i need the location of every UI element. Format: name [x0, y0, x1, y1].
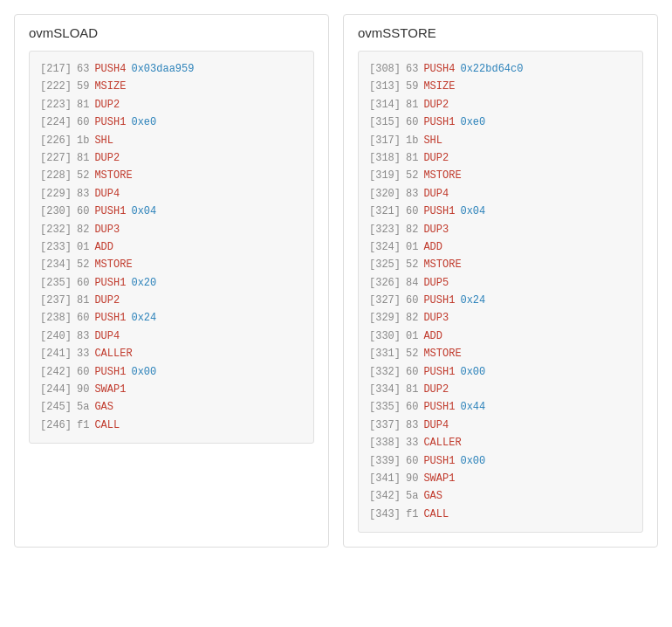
op-hex: 60: [406, 398, 418, 416]
line-number: [329]: [369, 309, 401, 327]
op-name: PUSH4: [94, 60, 126, 78]
code-line: [230]60PUSH10x04: [40, 203, 303, 220]
code-line: [245]5aGAS: [40, 398, 303, 416]
code-line: [324]01ADD: [369, 238, 632, 256]
line-number: [338]: [369, 434, 401, 451]
code-line: [330]01ADD: [369, 327, 632, 345]
line-number: [321]: [369, 203, 401, 220]
op-name: SHL: [94, 132, 113, 149]
code-line: [332]60PUSH10x00: [369, 363, 632, 381]
line-number: [217]: [40, 60, 72, 78]
op-hex: 33: [406, 434, 418, 451]
op-name: PUSH1: [423, 203, 455, 220]
code-line: [315]60PUSH10xe0: [369, 114, 632, 131]
code-line: [242]60PUSH10x00: [40, 363, 303, 381]
line-number: [324]: [369, 238, 401, 256]
op-hex: 60: [406, 452, 418, 470]
line-number: [246]: [40, 417, 72, 434]
code-line: [244]90SWAP1: [40, 381, 303, 398]
code-line: [228]52MSTORE: [40, 167, 303, 184]
op-hex: 83: [406, 417, 418, 434]
code-line: [241]33CALLER: [40, 345, 303, 362]
line-number: [331]: [369, 345, 401, 362]
op-name: MSTORE: [423, 345, 461, 362]
op-hex: 60: [406, 363, 418, 381]
op-hex: 52: [406, 256, 418, 273]
op-hex: 63: [406, 60, 418, 78]
line-number: [339]: [369, 452, 401, 470]
line-number: [232]: [40, 221, 72, 238]
code-line: [229]83DUP4: [40, 185, 303, 203]
line-number: [238]: [40, 309, 72, 327]
code-line: [237]81DUP2: [40, 292, 303, 309]
code-line: [334]81DUP2: [369, 381, 632, 398]
op-hex: 63: [77, 60, 89, 78]
op-arg: 0x20: [131, 274, 156, 292]
code-line: [238]60PUSH10x24: [40, 309, 303, 327]
op-hex: 60: [406, 203, 418, 220]
line-number: [234]: [40, 256, 72, 273]
line-number: [313]: [369, 78, 401, 95]
op-name: CALL: [94, 417, 120, 434]
panels-container: ovmSLOAD[217]63PUSH40x03daa959[222]59MSI…: [14, 14, 658, 548]
line-number: [245]: [40, 398, 72, 416]
op-arg: 0x24: [131, 309, 156, 327]
line-number: [342]: [369, 487, 401, 505]
op-name: DUP4: [94, 185, 120, 203]
line-number: [317]: [369, 132, 401, 149]
code-line: [320]83DUP4: [369, 185, 632, 203]
op-name: PUSH1: [423, 452, 455, 470]
op-hex: 60: [77, 274, 89, 292]
op-name: ADD: [423, 238, 442, 256]
op-name: MSTORE: [423, 167, 461, 184]
op-hex: 82: [406, 221, 418, 238]
op-hex: 5a: [406, 487, 418, 505]
op-name: GAS: [94, 398, 113, 416]
code-line: [325]52MSTORE: [369, 256, 632, 273]
op-arg: 0x00: [131, 363, 156, 381]
op-hex: 83: [77, 185, 89, 203]
code-line: [341]90SWAP1: [369, 470, 632, 487]
op-arg: 0x03daa959: [131, 60, 194, 78]
op-hex: 52: [406, 345, 418, 362]
op-name: PUSH4: [423, 60, 455, 78]
line-number: [319]: [369, 167, 401, 184]
op-hex: 01: [406, 238, 418, 256]
op-hex: 60: [77, 363, 89, 381]
line-number: [327]: [369, 292, 401, 309]
op-name: PUSH1: [423, 363, 455, 381]
op-name: PUSH1: [423, 292, 455, 309]
line-number: [314]: [369, 96, 401, 114]
op-hex: f1: [406, 506, 418, 523]
code-line: [343]f1CALL: [369, 506, 632, 523]
op-name: CALLER: [423, 434, 461, 451]
op-name: DUP5: [423, 274, 449, 292]
op-arg: 0x44: [460, 398, 485, 416]
code-line: [227]81DUP2: [40, 149, 303, 167]
op-name: MSIZE: [423, 78, 455, 95]
line-number: [241]: [40, 345, 72, 362]
op-name: MSTORE: [423, 256, 461, 273]
op-hex: 01: [77, 238, 89, 256]
line-number: [323]: [369, 221, 401, 238]
op-hex: f1: [77, 417, 89, 434]
line-number: [334]: [369, 381, 401, 398]
op-hex: 52: [77, 256, 89, 273]
op-name: CALLER: [94, 345, 132, 362]
op-name: DUP3: [423, 221, 449, 238]
code-line: [235]60PUSH10x20: [40, 274, 303, 292]
op-hex: 60: [406, 292, 418, 309]
line-number: [229]: [40, 185, 72, 203]
line-number: [240]: [40, 327, 72, 345]
line-number: [227]: [40, 149, 72, 167]
op-hex: 60: [406, 114, 418, 131]
op-name: CALL: [423, 506, 449, 523]
line-number: [233]: [40, 238, 72, 256]
line-number: [343]: [369, 506, 401, 523]
op-arg: 0xe0: [131, 114, 156, 131]
code-line: [318]81DUP2: [369, 149, 632, 167]
op-name: DUP2: [423, 96, 449, 114]
code-line: [338]33CALLER: [369, 434, 632, 451]
op-hex: 52: [77, 167, 89, 184]
op-name: MSTORE: [94, 167, 132, 184]
